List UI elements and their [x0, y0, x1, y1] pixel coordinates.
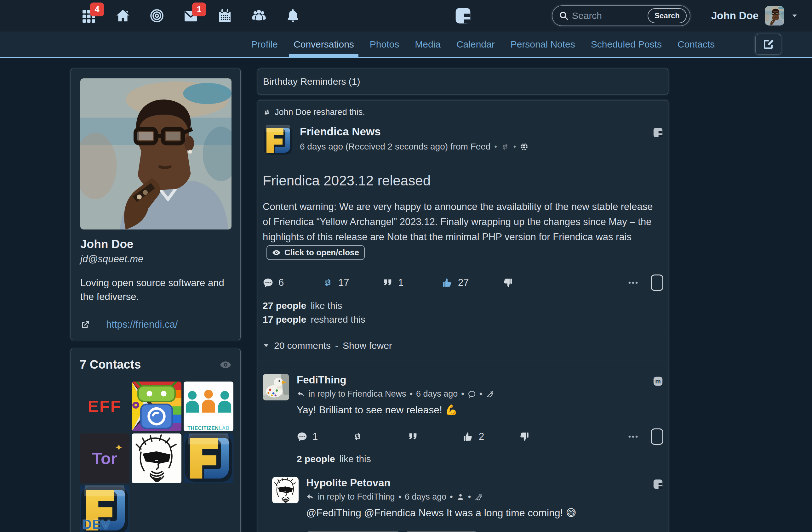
- tor-sparkle-icon: ✦: [115, 442, 123, 453]
- search-icon: [559, 11, 569, 21]
- birthday-reminders-label: Birthday Reminders (1): [263, 76, 360, 87]
- comment-text: @FediThing @Friendica News It was a long…: [306, 507, 653, 519]
- likes-people-link[interactable]: 2 people: [297, 454, 335, 464]
- user-avatar-image: [765, 6, 784, 26]
- reshare-button[interactable]: [352, 431, 408, 442]
- tab-personal-notes[interactable]: Personal Notes: [510, 31, 576, 57]
- contact-avatar-citizen-lab[interactable]: THECITIZENLAB: [184, 382, 233, 431]
- tab-calendar[interactable]: Calendar: [456, 31, 495, 57]
- user-avatar[interactable]: [765, 6, 784, 26]
- contact-avatar-tor[interactable]: Tor ✦: [80, 433, 129, 483]
- comment-author-avatar[interactable]: [272, 477, 299, 503]
- friendica-logo-image: [184, 433, 233, 483]
- post-card: John Doe reshared this. Friendica News 6…: [258, 100, 668, 532]
- quote-button[interactable]: 1: [382, 277, 442, 289]
- contact-avatar-sketch-portrait[interactable]: [132, 433, 182, 483]
- more-options-button[interactable]: [627, 277, 639, 289]
- comment-author-name[interactable]: FediThing: [297, 374, 653, 386]
- double-quote-icon: [382, 277, 393, 288]
- contacts-visibility-eye-icon[interactable]: [219, 359, 232, 371]
- dislike-button[interactable]: [519, 431, 574, 442]
- speech-bubble-icon: [297, 431, 307, 442]
- post-author-avatar[interactable]: [263, 125, 293, 156]
- comments-count-link[interactable]: 20 comments: [274, 340, 331, 351]
- contact-avatar-fdroid-pride[interactable]: [132, 382, 182, 431]
- citizen-lab-logo-text: THECITIZENLAB: [187, 426, 230, 431]
- comment-timestamp[interactable]: 6 days ago: [405, 492, 446, 502]
- reshare-button[interactable]: 17: [322, 277, 382, 289]
- meta-separator: •: [513, 142, 516, 151]
- contacts-grid: EFF: [80, 382, 232, 532]
- search-submit-button[interactable]: Search: [648, 8, 687, 23]
- comment-timestamp[interactable]: 6 days ago: [416, 389, 458, 399]
- friendica-logo-icon: [454, 6, 472, 25]
- reshared-indicator-icon: [501, 142, 510, 151]
- friendica-page: { "ui": { "dot": "•", "dash": "-" }, "co…: [0, 0, 812, 532]
- select-comment-checkbox[interactable]: [651, 428, 663, 445]
- calendar-button[interactable]: [217, 8, 232, 23]
- quote-button[interactable]: [408, 431, 463, 442]
- speech-bubble-icon: [263, 277, 273, 288]
- like-button[interactable]: 27: [442, 277, 502, 289]
- thumbs-down-icon: [502, 277, 513, 288]
- in-reply-to-link[interactable]: in reply to FediThing: [318, 492, 395, 502]
- network-button[interactable]: [149, 8, 164, 23]
- tab-scheduled-posts[interactable]: Scheduled Posts: [590, 31, 662, 57]
- profile-link-row: https://friendi.ca/: [80, 319, 231, 330]
- like-button[interactable]: 2: [463, 431, 519, 442]
- tab-media[interactable]: Media: [414, 31, 441, 57]
- comment-button[interactable]: 6: [263, 277, 322, 289]
- friendica-logo-button[interactable]: [454, 6, 472, 25]
- contact-avatar-eff[interactable]: EFF: [80, 382, 129, 431]
- select-post-checkbox[interactable]: [651, 275, 663, 291]
- home-button[interactable]: [115, 8, 130, 23]
- compose-post-button[interactable]: [755, 34, 781, 55]
- apps-menu-button[interactable]: 4: [81, 8, 96, 23]
- like-count: 27: [458, 277, 469, 289]
- post-title[interactable]: Friendica 2023.12 released: [263, 173, 663, 189]
- post-timestamp[interactable]: 6 days ago (Received 2 seconds ago) from…: [300, 142, 490, 152]
- profile-photo[interactable]: [80, 78, 232, 230]
- contact-avatar-friendica-dev[interactable]: DEV: [80, 485, 129, 532]
- show-fewer-link[interactable]: Show fewer: [343, 340, 392, 351]
- likes-summary: 2 people like this: [297, 454, 663, 464]
- content-warning-toggle-button[interactable]: Click to open/close: [266, 245, 365, 260]
- comment-count: 1: [313, 431, 318, 442]
- profile-name: John Doe: [80, 238, 231, 251]
- birthday-reminders-banner[interactable]: Birthday Reminders (1): [258, 69, 668, 94]
- tab-profile[interactable]: Profile: [250, 31, 278, 57]
- comment-author-avatar[interactable]: [263, 374, 289, 400]
- more-options-button[interactable]: [627, 431, 639, 442]
- messages-button[interactable]: 1: [183, 8, 199, 23]
- dislike-button[interactable]: [502, 277, 562, 288]
- like-count: 2: [479, 431, 484, 442]
- comment-author-name[interactable]: Hypolite Petovan: [306, 477, 653, 489]
- fdroid-robot-icon: [132, 382, 182, 431]
- apps-notification-badge: 4: [90, 2, 104, 16]
- likes-people-link[interactable]: 27 people: [263, 300, 306, 311]
- contact-avatar-friendica[interactable]: [184, 433, 233, 483]
- reshares-people-link[interactable]: 17 people: [263, 314, 306, 325]
- tab-conversations[interactable]: Conversations: [293, 31, 355, 57]
- likes-summary: 27 people like this: [263, 300, 663, 311]
- profile-website-link[interactable]: https://friendi.ca/: [106, 319, 178, 330]
- in-reply-to-link[interactable]: in reply to Friendica News: [308, 389, 406, 399]
- person-icon: [456, 493, 465, 501]
- comment-meta-row: in reply to Friendica News • 6 days ago …: [297, 389, 653, 399]
- tab-contacts[interactable]: Contacts: [677, 31, 715, 57]
- post-author-name[interactable]: Friendica News: [300, 125, 653, 138]
- groups-button[interactable]: [251, 8, 266, 23]
- comment-button[interactable]: 1: [297, 431, 352, 442]
- reshare-count: 17: [338, 277, 349, 289]
- friendica-network-badge-icon[interactable]: [653, 479, 663, 489]
- user-menu[interactable]: John Doe: [711, 0, 799, 31]
- tab-photos[interactable]: Photos: [369, 31, 400, 57]
- divider: [258, 361, 668, 361]
- ear-slash-icon: [486, 390, 494, 398]
- search-input[interactable]: [569, 10, 648, 21]
- reshare-note: John Doe reshared this.: [263, 107, 663, 117]
- friendica-network-badge-icon[interactable]: [653, 127, 663, 138]
- people-icon: [251, 8, 266, 23]
- mastodon-network-badge-icon[interactable]: [653, 376, 663, 387]
- notifications-button[interactable]: [285, 8, 301, 23]
